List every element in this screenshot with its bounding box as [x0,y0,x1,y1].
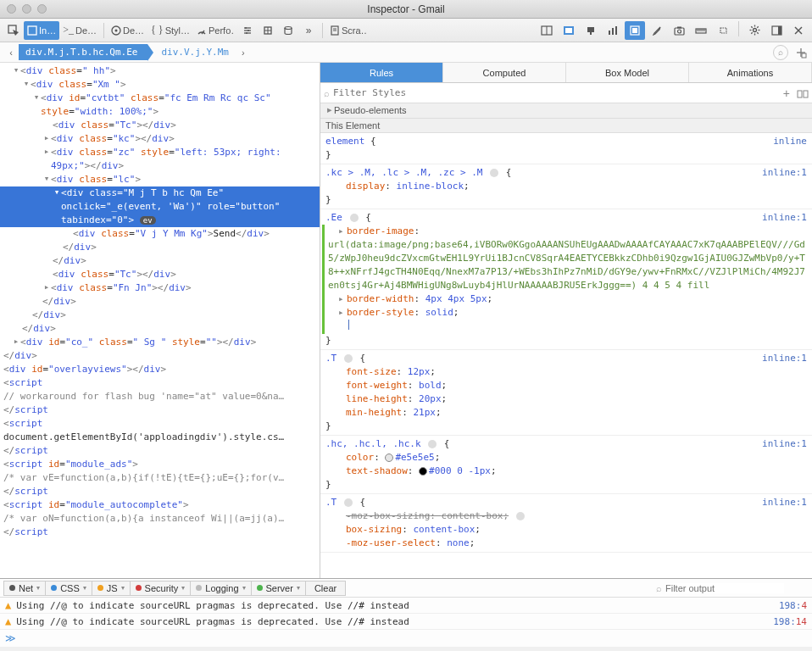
filter-logging[interactable]: Logging▾ [191,581,251,596]
filter-selector-icon[interactable] [428,440,437,448]
minimize-window[interactable] [22,4,31,14]
close-devtools-icon[interactable] [788,21,809,40]
rule-block[interactable]: inline:1 .Ee { ▸border-image: url(data:i… [320,209,812,350]
svg-line-45 [757,32,758,33]
console-text: Using //@ to indicate sourceURL pragmas … [16,616,409,627]
filter-net[interactable]: Net▾ [3,581,46,596]
tab-inspector-label: In… [39,25,56,36]
filter-styles-input[interactable] [333,87,783,98]
rule-source-link[interactable]: inline:1 [762,438,807,449]
toggle-pseudo-icon[interactable] [797,86,809,100]
rule-source-link[interactable]: inline:1 [762,167,807,178]
filter-selector-icon[interactable] [490,169,498,177]
traffic-lights [7,4,47,14]
paint-icon[interactable] [581,21,601,40]
tab-memory[interactable] [258,21,278,40]
rule-source-link[interactable]: inline:1 [762,212,807,223]
console-message[interactable]: ▲ Using //@ to indicate sourceURL pragma… [0,614,812,630]
svg-line-46 [751,32,752,33]
add-node-icon[interactable] [793,45,809,60]
window-titlebar: Inspector - Gmail [0,0,812,19]
console-text: Using //@ to indicate sourceURL pragmas … [16,600,409,611]
rules-tab[interactable]: Rules [320,63,443,82]
svg-rect-38 [720,28,726,33]
tab-styleeditor[interactable]: { } Styl… [147,21,193,40]
barchart-icon[interactable] [603,21,623,40]
close-window[interactable] [7,4,16,14]
zoom-window[interactable] [37,4,47,14]
breadcrumb-item[interactable]: div.V.j.Y.Mm [154,44,235,60]
search-icon[interactable]: ⌕ [773,45,788,60]
breadcrumb-item-selected[interactable]: div.M.j.T.b.hc.Qm.Ee [19,44,147,60]
filter-server[interactable]: Server▾ [252,581,306,596]
filter-js[interactable]: JS▾ [92,581,131,596]
rule-source-link[interactable]: inline:1 [762,497,807,508]
dom-tree-panel[interactable]: ▾<div class=" hh"> ▾<div class="Xm "> ▾<… [0,63,320,578]
console-message[interactable]: ▲ Using //@ to indicate sourceURL pragma… [0,598,812,614]
tab-inspector[interactable]: In… [24,21,59,40]
svg-line-47 [757,26,758,27]
svg-point-9 [247,30,249,31]
warning-icon[interactable] [516,512,525,520]
svg-rect-28 [632,28,637,33]
tab-storage[interactable] [278,21,298,40]
rule-block[interactable]: inline:1 .T { -moz-box-sizing: content-b… [320,494,812,553]
rule-block[interactable]: inline:1 .kc > .M, .lc > .M, .zc > .M { … [320,164,812,209]
settings-gear-icon[interactable] [744,21,765,40]
dock-side-icon[interactable] [766,21,787,40]
rule-block[interactable]: inline:1 .hc, .hc.l, .hc.k { color: #e5e… [320,436,812,494]
breadcrumb-prev[interactable]: ‹ [3,47,19,58]
ruler-icon[interactable] [691,21,711,40]
svg-point-8 [245,27,247,29]
console-clear[interactable]: Clear [306,581,346,596]
filter-css[interactable]: CSS▾ [46,581,92,596]
dom-selected-node[interactable]: ▾<div class="M j T b hc Qm Ee" [0,186,320,200]
console-location[interactable]: 198:14 [773,616,807,627]
svg-rect-22 [587,27,594,32]
filter-selector-icon[interactable] [350,214,359,222]
rules-panel: Rules Computed Box Model Animations ⌕ + … [320,63,812,578]
rule-block[interactable]: inline element { } [320,133,812,164]
svg-rect-49 [778,26,781,35]
tab-debugger[interactable]: De… [108,21,147,40]
computed-tab[interactable]: Computed [443,63,566,82]
svg-rect-56 [804,91,808,97]
event-badge[interactable]: ev [140,216,156,225]
tab-network[interactable] [237,21,258,40]
console-filter-input[interactable] [665,583,784,593]
rule-source-link[interactable]: inline:1 [762,353,807,364]
tab-console-label: De… [75,25,97,36]
console-location[interactable]: 198:4 [779,600,807,611]
rule-source-link[interactable]: inline [773,136,807,147]
split-console-icon[interactable] [537,21,557,40]
add-rule-icon[interactable]: + [783,86,790,100]
screenshot-icon[interactable] [669,21,689,40]
animations-tab[interactable]: Animations [689,63,812,82]
filter-selector-icon[interactable] [344,498,353,507]
devtools-toolbar: In… >_ De… De… { } Styl… Perfo… » Scra… [0,19,812,42]
color-swatch[interactable] [419,467,427,476]
color-swatch[interactable] [385,453,393,462]
svg-rect-23 [590,32,592,35]
tab-performance[interactable]: Perfo… [193,21,237,40]
overflow-menu[interactable]: » [298,21,319,40]
eyedropper-icon[interactable] [647,21,667,40]
svg-rect-1 [28,26,36,35]
tab-console[interactable]: >_ De… [59,21,100,40]
responsive-design-icon[interactable] [625,21,645,40]
console-input[interactable]: ≫ [0,630,812,647]
filter-selector-icon[interactable] [344,354,353,363]
pseudo-section[interactable]: ▸Pseudo-elements [320,103,812,119]
svg-rect-31 [677,26,681,28]
breadcrumb-next[interactable]: › [236,47,251,58]
tab-scratchpad[interactable]: Scra… [326,21,370,40]
measure-icon[interactable] [713,21,733,40]
tab-scratch-label: Scra… [342,25,367,36]
boxmodel-tab[interactable]: Box Model [566,63,689,82]
tab-style-label: Styl… [165,25,190,36]
pick-element-icon[interactable] [3,21,24,40]
iframe-picker-icon[interactable] [559,21,579,40]
filter-security[interactable]: Security▾ [131,581,192,596]
warning-icon: ▲ [5,599,11,611]
rule-block[interactable]: inline:1 .T { font-size: 12px; font-weig… [320,350,812,436]
